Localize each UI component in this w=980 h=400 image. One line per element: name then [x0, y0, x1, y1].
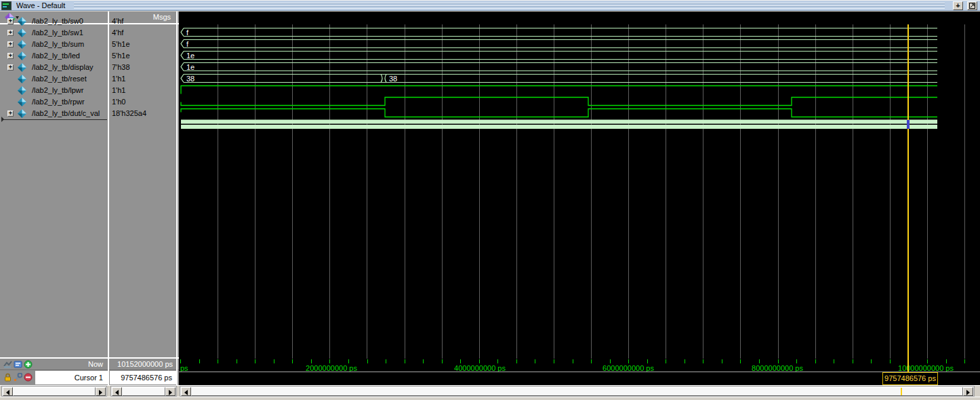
bus-waveform	[181, 28, 937, 37]
cursor-properties-button[interactable]	[14, 373, 22, 382]
timeline-tick	[405, 359, 405, 363]
now-row: Now 10152000000 ps	[0, 359, 179, 370]
signal-value: 5'h1e	[112, 50, 130, 62]
signal-value: 5'h1e	[112, 39, 130, 50]
wave-canvas[interactable]: ff1e1e3838ps2000000000 ps4000000000 ps60…	[179, 12, 980, 386]
signal-row[interactable]: +/lab2_ly_tb/display7'h38	[0, 62, 179, 73]
window-bottom-frame	[0, 397, 980, 400]
left-arrow-icon	[115, 390, 119, 395]
signal-row[interactable]: /lab2_ly_tb/lpwr1'h1	[0, 85, 179, 96]
bus-value-label: 38	[186, 75, 195, 83]
undock-icon	[969, 3, 975, 9]
scroll-left-button[interactable]	[181, 387, 191, 396]
expand-button[interactable]: +	[7, 64, 14, 71]
timeline-tick	[964, 359, 965, 363]
timeline-tick	[386, 359, 386, 363]
scroll-right-button[interactable]	[963, 387, 973, 396]
timeline-tick	[871, 359, 872, 363]
expand-button[interactable]: +	[7, 18, 14, 24]
right-arrow-icon	[99, 390, 102, 395]
h-scrollbar-names[interactable]	[1, 386, 107, 397]
name-value-column-divider[interactable]	[108, 12, 109, 385]
scroll-left-button[interactable]	[112, 387, 122, 396]
timeline-tick	[573, 359, 573, 363]
timeline-tick	[460, 359, 461, 363]
signal-row[interactable]: +/lab2_ly_tb/sw14'hf	[0, 27, 179, 39]
timeline-tick	[927, 359, 928, 363]
expand-button[interactable]: +	[7, 30, 14, 36]
scrollbar-row	[0, 386, 980, 397]
timeline-tick	[685, 359, 685, 363]
timeline-tick	[740, 359, 741, 363]
signal-value: 4'hf	[112, 16, 123, 27]
cursor-value: 9757486576 ps	[121, 371, 172, 384]
cursor-value-cell[interactable]: 9757486576 ps	[110, 371, 176, 384]
timeline-tick	[516, 359, 517, 363]
signal-row[interactable]: +/lab2_ly_tb/dut/c_val18'h325a4	[0, 108, 179, 119]
signal-name: /lab2_ly_tb/display	[32, 62, 94, 73]
scroll-left-button[interactable]	[3, 387, 13, 396]
expand-button[interactable]: +	[7, 53, 14, 59]
add-cursor-button[interactable]	[24, 360, 33, 369]
cursor-1-line[interactable]	[907, 24, 909, 372]
signal-row[interactable]: +/lab2_ly_tb/led5'h1e	[0, 50, 179, 62]
timeline-tick	[610, 359, 611, 363]
signal-value: 1'h0	[112, 96, 125, 108]
bus-value-label: 1e	[186, 52, 195, 60]
timeline-tick	[890, 359, 891, 363]
bit-waveform	[181, 98, 937, 106]
value-wave-column-divider[interactable]	[176, 12, 178, 385]
scroll-right-button[interactable]	[96, 387, 106, 396]
timeline-tick	[348, 359, 349, 363]
scroll-right-button[interactable]	[165, 387, 176, 396]
signal-row[interactable]: +/lab2_ly_tb/sw04'hf	[0, 16, 179, 27]
timeline-tick	[666, 359, 666, 363]
right-arrow-icon	[966, 390, 970, 395]
signal-value: 1'h1	[112, 85, 125, 96]
timeline-tick	[479, 359, 480, 363]
left-arrow-icon	[184, 390, 188, 395]
add-pane-button[interactable]: +	[953, 1, 963, 10]
signal-row[interactable]: /lab2_ly_tb/rpwr1'h0	[0, 96, 179, 108]
delete-cursor-button[interactable]	[24, 373, 33, 382]
signal-value: 7'h38	[112, 62, 130, 73]
timeline-tick	[554, 359, 554, 363]
timeline-tick	[180, 359, 181, 363]
expand-button[interactable]: +	[7, 111, 14, 117]
signal-name: /lab2_ly_tb/sum	[32, 39, 84, 50]
messages-view-icon[interactable]	[14, 360, 22, 369]
bus-waveform	[181, 63, 937, 71]
cursor-name-cell[interactable]: Cursor 1	[35, 371, 108, 384]
h-scrollbar-wave[interactable]	[180, 386, 975, 397]
insertion-point-line	[1, 119, 107, 120]
signal-row[interactable]: +/lab2_ly_tb/sum5'h1e	[0, 39, 179, 50]
timeline-separator	[179, 372, 980, 372]
footer-divider-line	[0, 385, 980, 386]
edit-mode-icon[interactable]	[3, 360, 12, 369]
scrollbar-thumb[interactable]	[191, 387, 963, 396]
cursor-over-band-marker	[907, 120, 910, 129]
timeline-tick	[274, 359, 274, 363]
timeline-tick	[796, 359, 797, 363]
timeline-tick	[329, 359, 330, 363]
expand-button[interactable]: +	[7, 41, 14, 47]
now-label: Now	[88, 360, 103, 368]
timeline-tick	[237, 359, 237, 363]
timeline-tick	[628, 359, 629, 363]
scrollbar-thumb[interactable]	[122, 387, 165, 396]
timeline-tick	[946, 359, 947, 363]
titlebar-grip[interactable]	[74, 3, 945, 9]
wave-window-icon	[1, 1, 12, 10]
scrollbar-thumb[interactable]	[13, 387, 96, 396]
h-scrollbar-values[interactable]	[110, 386, 177, 397]
bus-value-label: 38	[389, 75, 397, 83]
bus-waveform	[181, 40, 937, 48]
undock-button[interactable]	[967, 1, 977, 10]
cursor-time-box[interactable]: 9757486576 ps	[882, 372, 938, 385]
signal-row[interactable]: /lab2_ly_tb/reset1'h1	[0, 73, 179, 85]
bit-waveform	[181, 109, 937, 117]
timeline-tick	[442, 359, 443, 363]
timeline-tick	[778, 359, 779, 363]
lock-cursor-button[interactable]	[3, 373, 12, 382]
timeline-tick	[367, 359, 368, 363]
